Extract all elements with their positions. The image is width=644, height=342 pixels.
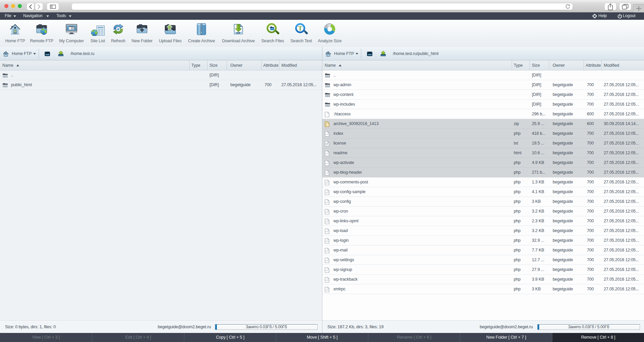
- svg-text:<>: <>: [325, 240, 329, 243]
- svg-text:<>: <>: [325, 288, 329, 291]
- svg-text:<>: <>: [325, 259, 329, 262]
- svg-text:<>: <>: [325, 133, 329, 136]
- svg-text:<>: <>: [325, 230, 329, 233]
- svg-text:<>: <>: [325, 249, 329, 252]
- svg-text:<>: <>: [325, 211, 329, 214]
- svg-text:ZIP: ZIP: [236, 32, 240, 34]
- svg-text:<>: <>: [325, 279, 329, 282]
- svg-text:<>: <>: [325, 201, 329, 204]
- svg-text:<>: <>: [325, 269, 329, 272]
- svg-text:<>: <>: [325, 220, 329, 223]
- svg-text:<>: <>: [325, 152, 329, 155]
- svg-text:<>: <>: [325, 181, 329, 184]
- svg-text:T: T: [298, 25, 302, 32]
- svg-text:<>: <>: [325, 172, 329, 175]
- svg-text:<>: <>: [325, 162, 329, 165]
- svg-text:<>: <>: [325, 191, 329, 194]
